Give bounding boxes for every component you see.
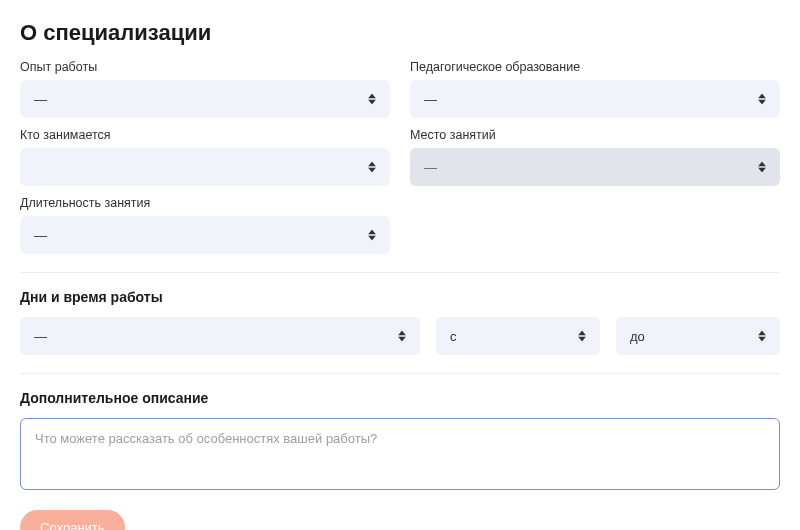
location-label: Место занятий [410, 128, 780, 142]
divider [20, 272, 780, 273]
experience-label: Опыт работы [20, 60, 390, 74]
duration-select[interactable]: — [20, 216, 390, 254]
duration-value: — [34, 228, 47, 243]
education-value: — [424, 92, 437, 107]
save-button[interactable]: Сохранить [20, 510, 125, 530]
schedule-to-select[interactable]: до [616, 317, 780, 355]
schedule-to-value: до [630, 329, 645, 344]
duration-label: Длительность занятия [20, 196, 390, 210]
who-select[interactable] [20, 148, 390, 186]
schedule-title: Дни и время работы [20, 289, 780, 305]
section-title: О специализации [20, 20, 780, 46]
location-value: — [424, 160, 437, 175]
divider [20, 373, 780, 374]
schedule-from-select[interactable]: с [436, 317, 600, 355]
education-select[interactable]: — [410, 80, 780, 118]
schedule-day-value: — [34, 329, 47, 344]
schedule-day-select[interactable]: — [20, 317, 420, 355]
description-textarea[interactable] [20, 418, 780, 490]
experience-select[interactable]: — [20, 80, 390, 118]
schedule-from-value: с [450, 329, 457, 344]
education-label: Педагогическое образование [410, 60, 780, 74]
location-select: — [410, 148, 780, 186]
description-title: Дополнительное описание [20, 390, 780, 406]
who-label: Кто занимается [20, 128, 390, 142]
experience-value: — [34, 92, 47, 107]
